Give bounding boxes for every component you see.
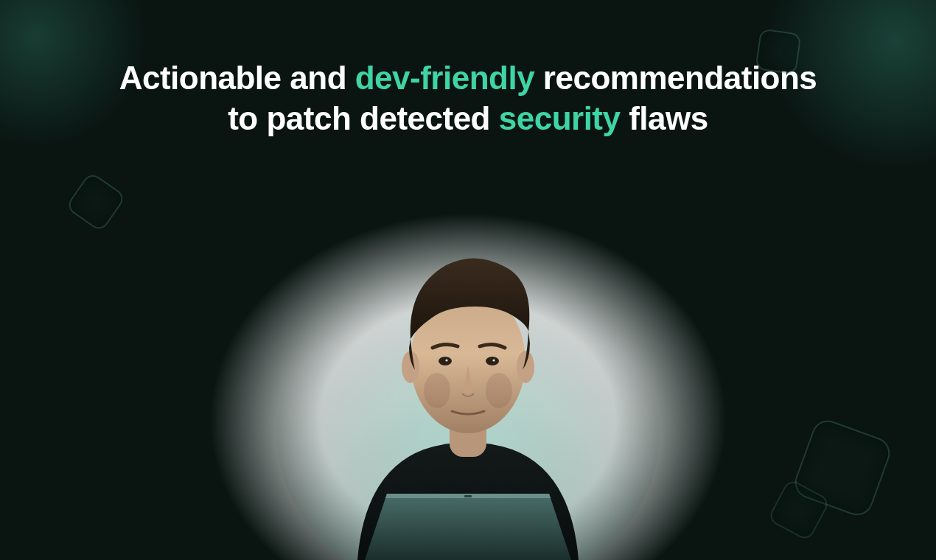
headline-text: flaws [620,100,708,136]
svg-point-4 [517,351,534,383]
svg-point-10 [486,373,512,408]
person-at-laptop-illustration [276,177,660,560]
headline-text: to patch detected [228,100,499,136]
headline-accent-word: dev-friendly [355,60,534,96]
svg-point-9 [424,373,450,408]
hero-headline: Actionable and dev-friendly recommendati… [0,57,936,139]
svg-point-6 [486,357,499,365]
svg-point-2 [411,289,525,433]
svg-point-7 [445,359,447,361]
svg-point-5 [439,357,452,365]
decorative-square-icon [65,171,127,233]
svg-point-0 [276,273,660,560]
decorative-square-icon [755,28,801,74]
headline-accent-word: security [499,100,621,136]
svg-rect-1 [450,413,486,457]
svg-point-3 [402,351,419,383]
headline-text: Actionable and [119,60,355,96]
svg-rect-11 [464,495,472,497]
svg-point-8 [492,359,495,361]
